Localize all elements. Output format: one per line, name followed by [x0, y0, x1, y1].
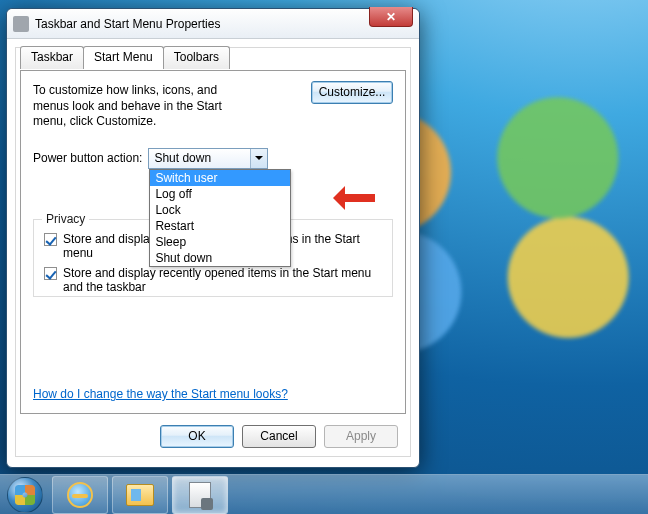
- folder-icon: [126, 484, 154, 506]
- checkbox-store-items[interactable]: [44, 267, 57, 280]
- start-orb-icon: [7, 477, 43, 513]
- customize-help-text: To customize how links, icons, and menus…: [33, 83, 253, 130]
- option-restart[interactable]: Restart: [150, 218, 290, 234]
- tab-page-start-menu: To customize how links, icons, and menus…: [20, 70, 406, 414]
- ie-icon: [67, 482, 93, 508]
- label-store-items: Store and display recently opened items …: [63, 266, 382, 294]
- ok-button[interactable]: OK: [160, 425, 234, 448]
- power-button-row: Power button action: Shut down Switch us…: [33, 148, 393, 169]
- checkbox-store-programs[interactable]: [44, 233, 57, 246]
- power-button-label: Power button action:: [33, 151, 142, 165]
- window-icon: [13, 16, 29, 32]
- taskbar-properties[interactable]: [172, 476, 228, 514]
- taskbar[interactable]: [0, 474, 648, 514]
- start-button[interactable]: [2, 476, 48, 514]
- power-button-selected: Shut down: [154, 151, 211, 165]
- help-link[interactable]: How do I change the way the Start menu l…: [33, 387, 288, 401]
- properties-icon: [189, 482, 211, 508]
- chevron-down-icon: [250, 149, 267, 168]
- tab-toolbars[interactable]: Toolbars: [163, 46, 230, 69]
- option-log-off[interactable]: Log off: [150, 186, 290, 202]
- tab-start-menu[interactable]: Start Menu: [83, 46, 164, 69]
- customize-button[interactable]: Customize...: [311, 81, 393, 104]
- privacy-legend: Privacy: [42, 212, 89, 226]
- option-lock[interactable]: Lock: [150, 202, 290, 218]
- option-sleep[interactable]: Sleep: [150, 234, 290, 250]
- titlebar[interactable]: Taskbar and Start Menu Properties ✕: [7, 9, 419, 39]
- option-shut-down[interactable]: Shut down: [150, 250, 290, 266]
- taskbar-explorer[interactable]: [112, 476, 168, 514]
- desktop: Taskbar and Start Menu Properties ✕ Task…: [0, 0, 648, 514]
- power-button-dropdown: Switch user Log off Lock Restart Sleep S…: [149, 169, 291, 267]
- annotation-arrow-icon: [321, 186, 381, 210]
- close-button[interactable]: ✕: [369, 7, 413, 27]
- window-title: Taskbar and Start Menu Properties: [35, 17, 220, 31]
- properties-dialog: Taskbar and Start Menu Properties ✕ Task…: [6, 8, 420, 468]
- dialog-button-row: OK Cancel Apply: [160, 425, 398, 448]
- taskbar-ie[interactable]: [52, 476, 108, 514]
- tab-strip: Taskbar Start Menu Toolbars: [20, 46, 229, 69]
- dialog-body: Taskbar Start Menu Toolbars To customize…: [15, 47, 411, 457]
- close-icon: ✕: [386, 10, 396, 24]
- power-button-combo[interactable]: Shut down Switch user Log off Lock Resta…: [148, 148, 268, 169]
- tab-taskbar[interactable]: Taskbar: [20, 46, 84, 69]
- option-switch-user[interactable]: Switch user: [150, 170, 290, 186]
- apply-button[interactable]: Apply: [324, 425, 398, 448]
- cancel-button[interactable]: Cancel: [242, 425, 316, 448]
